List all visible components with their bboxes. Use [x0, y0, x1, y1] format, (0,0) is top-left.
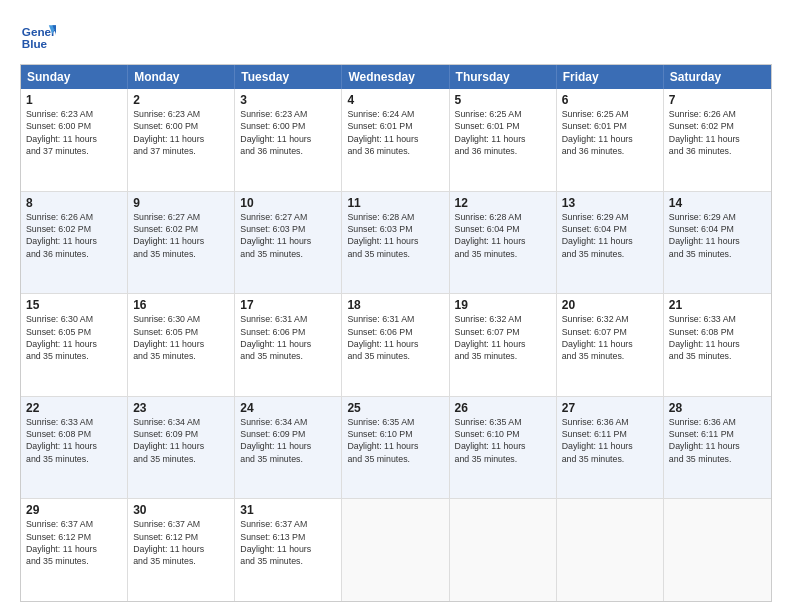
calendar-cell: 22Sunrise: 6:33 AM Sunset: 6:08 PM Dayli… [21, 397, 128, 499]
calendar-header-cell: Sunday [21, 65, 128, 89]
day-number: 25 [347, 401, 443, 415]
calendar-cell: 31Sunrise: 6:37 AM Sunset: 6:13 PM Dayli… [235, 499, 342, 601]
calendar-header: SundayMondayTuesdayWednesdayThursdayFrid… [21, 65, 771, 89]
day-info: Sunrise: 6:34 AM Sunset: 6:09 PM Dayligh… [133, 416, 229, 465]
day-info: Sunrise: 6:36 AM Sunset: 6:11 PM Dayligh… [669, 416, 766, 465]
day-info: Sunrise: 6:29 AM Sunset: 6:04 PM Dayligh… [562, 211, 658, 260]
calendar-cell: 10Sunrise: 6:27 AM Sunset: 6:03 PM Dayli… [235, 192, 342, 294]
calendar-header-cell: Thursday [450, 65, 557, 89]
day-number: 3 [240, 93, 336, 107]
calendar-cell: 13Sunrise: 6:29 AM Sunset: 6:04 PM Dayli… [557, 192, 664, 294]
calendar-cell [450, 499, 557, 601]
day-number: 12 [455, 196, 551, 210]
svg-text:Blue: Blue [22, 37, 48, 50]
calendar-cell: 8Sunrise: 6:26 AM Sunset: 6:02 PM Daylig… [21, 192, 128, 294]
calendar-cell: 4Sunrise: 6:24 AM Sunset: 6:01 PM Daylig… [342, 89, 449, 191]
day-info: Sunrise: 6:34 AM Sunset: 6:09 PM Dayligh… [240, 416, 336, 465]
calendar-header-cell: Friday [557, 65, 664, 89]
day-number: 5 [455, 93, 551, 107]
day-info: Sunrise: 6:35 AM Sunset: 6:10 PM Dayligh… [455, 416, 551, 465]
day-info: Sunrise: 6:31 AM Sunset: 6:06 PM Dayligh… [347, 313, 443, 362]
calendar-body: 1Sunrise: 6:23 AM Sunset: 6:00 PM Daylig… [21, 89, 771, 601]
day-number: 9 [133, 196, 229, 210]
day-info: Sunrise: 6:30 AM Sunset: 6:05 PM Dayligh… [133, 313, 229, 362]
day-info: Sunrise: 6:32 AM Sunset: 6:07 PM Dayligh… [562, 313, 658, 362]
calendar-cell: 3Sunrise: 6:23 AM Sunset: 6:00 PM Daylig… [235, 89, 342, 191]
day-number: 17 [240, 298, 336, 312]
calendar-cell: 14Sunrise: 6:29 AM Sunset: 6:04 PM Dayli… [664, 192, 771, 294]
day-info: Sunrise: 6:26 AM Sunset: 6:02 PM Dayligh… [669, 108, 766, 157]
day-info: Sunrise: 6:24 AM Sunset: 6:01 PM Dayligh… [347, 108, 443, 157]
day-number: 23 [133, 401, 229, 415]
day-number: 11 [347, 196, 443, 210]
day-info: Sunrise: 6:33 AM Sunset: 6:08 PM Dayligh… [26, 416, 122, 465]
calendar-cell: 25Sunrise: 6:35 AM Sunset: 6:10 PM Dayli… [342, 397, 449, 499]
day-number: 28 [669, 401, 766, 415]
day-info: Sunrise: 6:27 AM Sunset: 6:02 PM Dayligh… [133, 211, 229, 260]
day-info: Sunrise: 6:33 AM Sunset: 6:08 PM Dayligh… [669, 313, 766, 362]
calendar-cell: 17Sunrise: 6:31 AM Sunset: 6:06 PM Dayli… [235, 294, 342, 396]
day-number: 7 [669, 93, 766, 107]
day-info: Sunrise: 6:28 AM Sunset: 6:03 PM Dayligh… [347, 211, 443, 260]
calendar-cell: 24Sunrise: 6:34 AM Sunset: 6:09 PM Dayli… [235, 397, 342, 499]
calendar-cell: 26Sunrise: 6:35 AM Sunset: 6:10 PM Dayli… [450, 397, 557, 499]
day-number: 26 [455, 401, 551, 415]
calendar-cell: 12Sunrise: 6:28 AM Sunset: 6:04 PM Dayli… [450, 192, 557, 294]
calendar-cell [557, 499, 664, 601]
logo: General Blue [20, 18, 56, 54]
calendar-header-cell: Tuesday [235, 65, 342, 89]
day-info: Sunrise: 6:27 AM Sunset: 6:03 PM Dayligh… [240, 211, 336, 260]
calendar-cell: 11Sunrise: 6:28 AM Sunset: 6:03 PM Dayli… [342, 192, 449, 294]
day-number: 4 [347, 93, 443, 107]
day-number: 1 [26, 93, 122, 107]
calendar-cell: 7Sunrise: 6:26 AM Sunset: 6:02 PM Daylig… [664, 89, 771, 191]
day-info: Sunrise: 6:23 AM Sunset: 6:00 PM Dayligh… [133, 108, 229, 157]
calendar-row: 1Sunrise: 6:23 AM Sunset: 6:00 PM Daylig… [21, 89, 771, 191]
calendar-cell: 18Sunrise: 6:31 AM Sunset: 6:06 PM Dayli… [342, 294, 449, 396]
day-info: Sunrise: 6:35 AM Sunset: 6:10 PM Dayligh… [347, 416, 443, 465]
day-info: Sunrise: 6:28 AM Sunset: 6:04 PM Dayligh… [455, 211, 551, 260]
day-number: 22 [26, 401, 122, 415]
calendar-cell: 29Sunrise: 6:37 AM Sunset: 6:12 PM Dayli… [21, 499, 128, 601]
day-info: Sunrise: 6:29 AM Sunset: 6:04 PM Dayligh… [669, 211, 766, 260]
day-number: 27 [562, 401, 658, 415]
day-info: Sunrise: 6:30 AM Sunset: 6:05 PM Dayligh… [26, 313, 122, 362]
calendar-row: 15Sunrise: 6:30 AM Sunset: 6:05 PM Dayli… [21, 293, 771, 396]
day-number: 16 [133, 298, 229, 312]
logo-icon: General Blue [20, 18, 56, 54]
calendar-row: 22Sunrise: 6:33 AM Sunset: 6:08 PM Dayli… [21, 396, 771, 499]
day-number: 2 [133, 93, 229, 107]
day-info: Sunrise: 6:31 AM Sunset: 6:06 PM Dayligh… [240, 313, 336, 362]
day-info: Sunrise: 6:37 AM Sunset: 6:13 PM Dayligh… [240, 518, 336, 567]
day-info: Sunrise: 6:32 AM Sunset: 6:07 PM Dayligh… [455, 313, 551, 362]
calendar-header-cell: Monday [128, 65, 235, 89]
day-info: Sunrise: 6:26 AM Sunset: 6:02 PM Dayligh… [26, 211, 122, 260]
day-number: 20 [562, 298, 658, 312]
calendar-cell: 30Sunrise: 6:37 AM Sunset: 6:12 PM Dayli… [128, 499, 235, 601]
calendar-cell: 20Sunrise: 6:32 AM Sunset: 6:07 PM Dayli… [557, 294, 664, 396]
day-number: 14 [669, 196, 766, 210]
day-info: Sunrise: 6:37 AM Sunset: 6:12 PM Dayligh… [26, 518, 122, 567]
day-number: 21 [669, 298, 766, 312]
calendar-header-cell: Saturday [664, 65, 771, 89]
header: General Blue [20, 18, 772, 54]
day-number: 6 [562, 93, 658, 107]
day-number: 15 [26, 298, 122, 312]
day-info: Sunrise: 6:23 AM Sunset: 6:00 PM Dayligh… [26, 108, 122, 157]
calendar-cell: 9Sunrise: 6:27 AM Sunset: 6:02 PM Daylig… [128, 192, 235, 294]
day-number: 29 [26, 503, 122, 517]
day-number: 18 [347, 298, 443, 312]
calendar-cell: 27Sunrise: 6:36 AM Sunset: 6:11 PM Dayli… [557, 397, 664, 499]
calendar-row: 29Sunrise: 6:37 AM Sunset: 6:12 PM Dayli… [21, 498, 771, 601]
calendar-cell: 6Sunrise: 6:25 AM Sunset: 6:01 PM Daylig… [557, 89, 664, 191]
calendar-cell: 15Sunrise: 6:30 AM Sunset: 6:05 PM Dayli… [21, 294, 128, 396]
calendar-cell: 5Sunrise: 6:25 AM Sunset: 6:01 PM Daylig… [450, 89, 557, 191]
day-number: 19 [455, 298, 551, 312]
day-number: 10 [240, 196, 336, 210]
day-info: Sunrise: 6:25 AM Sunset: 6:01 PM Dayligh… [562, 108, 658, 157]
calendar-cell [664, 499, 771, 601]
calendar-cell: 21Sunrise: 6:33 AM Sunset: 6:08 PM Dayli… [664, 294, 771, 396]
calendar-cell: 19Sunrise: 6:32 AM Sunset: 6:07 PM Dayli… [450, 294, 557, 396]
calendar-cell [342, 499, 449, 601]
day-info: Sunrise: 6:36 AM Sunset: 6:11 PM Dayligh… [562, 416, 658, 465]
